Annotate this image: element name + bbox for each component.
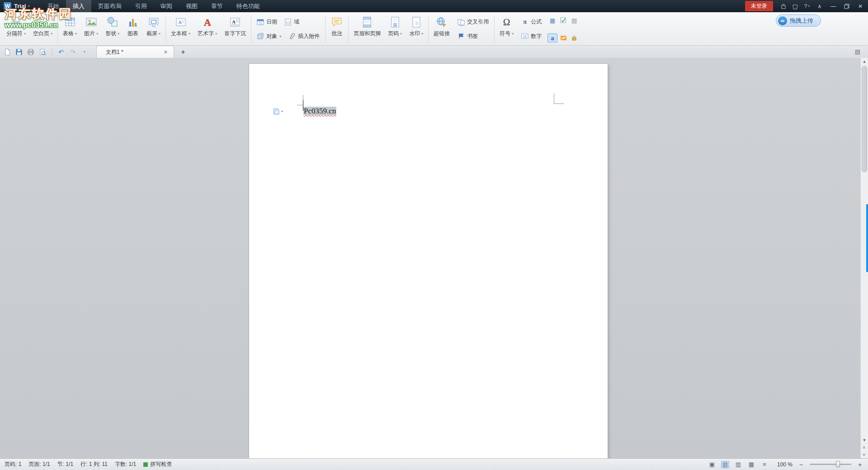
login-button[interactable]: 未登录 — [745, 1, 773, 11]
highlighter-icon — [561, 36, 566, 40]
margin-mark-top-right — [554, 94, 564, 104]
task-pane-icon[interactable]: ▤ — [854, 48, 862, 56]
edge-indicator — [866, 204, 868, 272]
spellcheck-status[interactable]: 拼写检查 — [143, 461, 172, 468]
new-tab-button[interactable]: + — [179, 47, 188, 56]
redo-button[interactable]: ↷ — [68, 47, 77, 56]
tab-section[interactable]: 章节 — [204, 0, 230, 12]
document-tab[interactable]: 文档1 * ✕ — [96, 46, 174, 58]
svg-text:A: A — [232, 19, 236, 24]
scroll-up-icon[interactable]: ▲ — [861, 58, 868, 65]
wps-logo-icon[interactable]: W — [4, 2, 11, 10]
previous-page-icon[interactable]: « — [861, 444, 868, 451]
margin-mark-top-left — [297, 95, 303, 105]
zoom-level[interactable]: 100 % — [774, 461, 793, 468]
lock-button[interactable] — [569, 33, 579, 42]
print-button[interactable] — [26, 47, 35, 56]
document-tab-bar: ↶ ↷ ▾ 文档1 * ✕ + ▤ — [0, 46, 868, 58]
screenshot-button[interactable]: 截屏▾ — [143, 14, 164, 44]
doc-lines-icon: ▤ — [571, 17, 577, 24]
zoom-slider-thumb[interactable] — [836, 461, 840, 467]
status-word-count[interactable]: 字数: 1/1 — [115, 461, 136, 468]
drag-upload-button[interactable]: ∞ 拖拽上传 — [776, 14, 821, 27]
blank-page-icon — [37, 15, 49, 29]
close-icon[interactable]: ✕ — [854, 2, 866, 11]
ribbon-insert: 分隔符▾ 空白页▾ 表格▾ 图片▾ 形状▾ — [0, 12, 868, 46]
store-icon[interactable] — [778, 2, 788, 11]
next-page-icon[interactable]: » — [861, 451, 868, 458]
save-button[interactable] — [14, 47, 24, 56]
comment-button[interactable]: 批注 — [327, 14, 347, 44]
document-text[interactable]: Pc0359.cn — [303, 106, 336, 116]
skin-icon[interactable] — [790, 2, 800, 11]
scrollbar-thumb[interactable] — [862, 66, 867, 172]
document-page[interactable]: ▾ Pc0359.cn — [249, 64, 608, 458]
tab-references[interactable]: 引用 — [128, 0, 154, 12]
chevron-down-icon: ▾ — [75, 32, 77, 36]
symbol-button[interactable]: Ω 符号▾ — [496, 14, 517, 44]
chevron-down-icon: ▾ — [512, 32, 514, 36]
undo-button[interactable]: ↶ — [57, 47, 66, 56]
attachment-button[interactable]: 插入附件 — [285, 31, 323, 42]
table-button[interactable]: 表格▾ — [59, 14, 80, 44]
toolbar-divider — [52, 48, 52, 56]
field-button[interactable]: { } 域 — [281, 17, 302, 28]
chart-button[interactable]: 图表 — [123, 14, 143, 44]
scroll-down-icon[interactable]: ▼ — [861, 437, 868, 444]
page-number-button[interactable]: 1 页码▾ — [384, 14, 406, 44]
app-menu-button[interactable]: Trial ▾ — [11, 0, 34, 12]
zoom-slider[interactable] — [810, 464, 851, 465]
textbox-label: 文本框 — [171, 30, 187, 38]
ribbon-group-comment: 批注 — [327, 14, 347, 44]
outline-view-icon[interactable]: ▦ — [747, 461, 755, 468]
number-button[interactable]: 12 数字 — [518, 31, 545, 42]
checkbox-icon — [560, 17, 567, 24]
zoom-in-button[interactable]: + — [856, 461, 863, 468]
tab-view[interactable]: 视图 — [179, 0, 204, 12]
picture-button[interactable]: 图片▾ — [80, 14, 102, 44]
header-footer-button[interactable]: 页眉和页脚 — [350, 14, 384, 44]
zoom-out-button[interactable]: − — [797, 461, 805, 468]
document-area[interactable]: ▾ Pc0359.cn — [0, 58, 868, 458]
highlighter-button[interactable] — [558, 33, 568, 42]
watermark-button[interactable]: a 水印▾ — [406, 14, 427, 44]
tab-insert[interactable]: 插入 — [66, 0, 91, 12]
phonetic-guide-button[interactable]: a — [547, 33, 557, 42]
web-layout-view-icon[interactable]: ▥ — [734, 461, 742, 468]
fullscreen-view-icon[interactable]: ≡ — [760, 461, 769, 468]
separator-button[interactable]: 分隔符▾ — [3, 14, 29, 44]
shape-button[interactable]: 形状▾ — [102, 14, 123, 44]
ribbon-subgroup-references: 交叉引用 书签 — [453, 14, 493, 44]
wordart-button[interactable]: A 艺术字▾ — [194, 14, 221, 44]
doc-parts-tool-button[interactable]: ▤ — [569, 16, 579, 25]
date-button[interactable]: 日期 — [254, 17, 280, 28]
tab-home[interactable]: 开始 — [41, 0, 66, 12]
close-tab-icon[interactable]: ✕ — [162, 49, 169, 55]
print-layout-view-icon[interactable]: ▣ — [708, 461, 716, 468]
tab-special-features[interactable]: 特色功能 — [230, 0, 267, 12]
restore-icon[interactable] — [841, 2, 853, 11]
help-icon[interactable]: ? ▾ — [802, 2, 812, 11]
object-button[interactable]: 对象 ▾ — [254, 31, 284, 42]
crossref-button[interactable]: 交叉引用 — [454, 17, 492, 28]
hyperlink-button[interactable]: 超链接 — [430, 14, 453, 44]
undo-history-dropdown[interactable]: ▾ — [80, 47, 89, 56]
blank-page-button[interactable]: 空白页▾ — [29, 14, 56, 44]
checkbox-tool-button[interactable] — [558, 16, 568, 25]
new-document-button[interactable] — [3, 47, 12, 56]
dropcap-button[interactable]: A 首字下沉 — [221, 14, 250, 44]
print-preview-button[interactable] — [38, 47, 47, 56]
collapse-ribbon-icon[interactable]: ∧ — [814, 2, 826, 11]
textbox-button[interactable]: A 文本框▾ — [167, 14, 194, 44]
paste-options-button[interactable]: ▾ — [272, 107, 284, 115]
number-icon: 12 — [521, 33, 528, 40]
tab-page-layout[interactable]: 页面布局 — [91, 0, 128, 12]
tab-review[interactable]: 审阅 — [154, 0, 179, 12]
minimize-icon[interactable]: — — [827, 2, 839, 11]
ribbon-separator — [57, 16, 58, 42]
frame-tool-button[interactable]: ▦ — [547, 16, 557, 25]
formula-button[interactable]: π 公式 — [518, 17, 545, 28]
bookmark-button[interactable]: 书签 — [454, 31, 481, 42]
page-view-icon[interactable]: ▤ — [721, 461, 729, 468]
selected-text[interactable]: Pc0359.cn — [303, 107, 336, 115]
